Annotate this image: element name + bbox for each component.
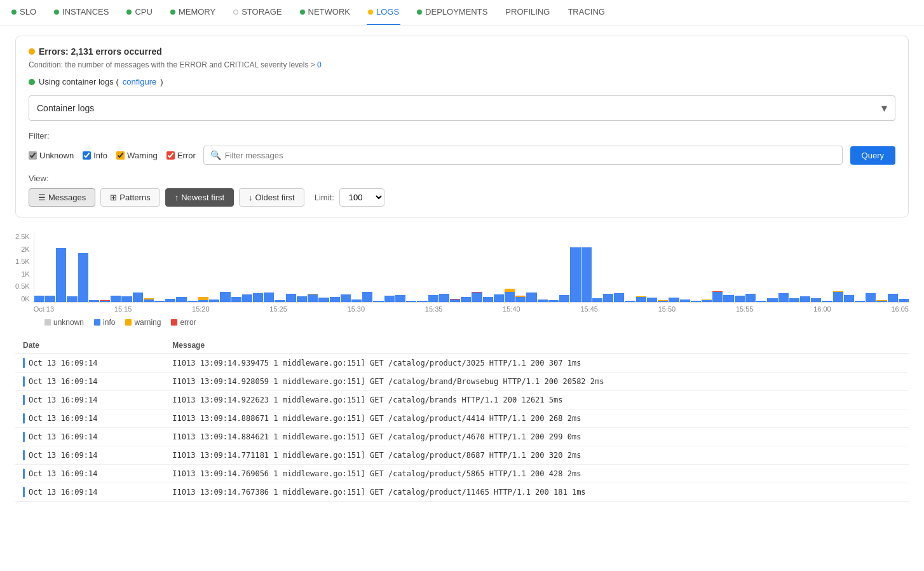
newest-first-button[interactable]: ↑ Newest first — [165, 188, 234, 207]
bar-group — [264, 292, 274, 302]
log-date-cell: Oct 13 16:09:14 — [15, 373, 165, 391]
chart-area: Oct 13 15:15 15:20 15:25 15:30 15:35 15:… — [34, 233, 909, 313]
dot-instances — [54, 10, 59, 15]
nav-item-network[interactable]: NETWORK — [299, 0, 351, 25]
bar-group — [198, 297, 208, 302]
bar-group — [691, 301, 701, 302]
log-message-cell: I1013 13:09:14.771181 1 middleware.go:15… — [165, 446, 909, 465]
dot-storage — [233, 10, 238, 15]
checkbox-unknown-input[interactable] — [29, 151, 37, 160]
table-row[interactable]: Oct 13 16:09:14I1013 13:09:14.939475 1 m… — [15, 354, 909, 373]
checkbox-info-input[interactable] — [83, 151, 91, 160]
arrow-up-icon: ↑ — [175, 193, 179, 202]
chart-y-axis: 2.5K 2K 1.5K 1K 0.5K 0K — [15, 233, 34, 303]
nav-label-profiling: PROFILING — [505, 7, 550, 17]
legend-unknown: unknown — [44, 318, 84, 327]
nav-label-memory: MEMORY — [179, 7, 215, 17]
checkbox-error[interactable]: Error — [166, 151, 196, 160]
log-message-cell: I1013 13:09:14.939475 1 middleware.go:15… — [165, 354, 909, 373]
y-label-0k: 0K — [21, 295, 29, 303]
bar-group — [406, 301, 416, 302]
nav-item-storage[interactable]: STORAGE — [232, 0, 283, 25]
nav-item-profiling[interactable]: PROFILING — [504, 0, 551, 25]
bar-group — [548, 300, 559, 302]
container-logs-dropdown[interactable]: Container logs ▾ — [29, 95, 895, 121]
bar-group — [67, 296, 77, 302]
table-row[interactable]: Oct 13 16:09:14I1013 13:09:14.922623 1 m… — [15, 391, 909, 409]
bar-group — [439, 294, 449, 302]
y-label-1k: 1K — [21, 270, 29, 278]
bar-group — [472, 292, 482, 303]
legend-warning-label: warning — [134, 318, 161, 327]
log-indicator — [23, 395, 25, 405]
legend-error-label: error — [180, 318, 196, 327]
nav-item-tracing[interactable]: TRACING — [566, 0, 606, 25]
bar-group — [165, 299, 175, 302]
query-button[interactable]: Query — [850, 146, 895, 165]
x-label-oct13: Oct 13 — [34, 305, 54, 313]
checkbox-group: Unknown Info Warning Error — [29, 151, 196, 160]
y-label-15k: 1.5K — [15, 258, 30, 265]
patterns-button[interactable]: ⊞ Patterns — [100, 188, 160, 207]
oldest-first-button[interactable]: ↓ Oldest first — [239, 188, 304, 207]
log-date-cell: Oct 13 16:09:14 — [15, 483, 165, 502]
x-label-1530: 15:30 — [348, 305, 365, 313]
bar-group — [581, 247, 592, 302]
configure-link[interactable]: configure — [123, 77, 156, 86]
nav-item-memory[interactable]: MEMORY — [169, 0, 217, 25]
oldest-first-label: Oldest first — [255, 193, 295, 202]
nav-item-cpu[interactable]: CPU — [125, 0, 153, 25]
bar-group — [756, 301, 766, 302]
nav-item-slo[interactable]: SLO — [10, 0, 37, 25]
bar-group — [275, 300, 285, 302]
checkbox-info-label: Info — [93, 151, 107, 160]
bar-group — [187, 301, 198, 302]
table-row[interactable]: Oct 13 16:09:14I1013 13:09:14.888671 1 m… — [15, 409, 909, 428]
table-row[interactable]: Oct 13 16:09:14I1013 13:09:14.769056 1 m… — [15, 465, 909, 483]
checkbox-warning-input[interactable] — [116, 151, 125, 160]
limit-select[interactable]: 100 250 500 1000 — [339, 188, 384, 207]
bar-group — [341, 294, 351, 302]
nav-label-storage: STORAGE — [241, 7, 282, 17]
nav-label-slo: SLO — [20, 7, 36, 17]
checkbox-warning[interactable]: Warning — [116, 151, 158, 160]
view-controls: ☰ Messages ⊞ Patterns ↑ Newest first ↓ O… — [29, 188, 895, 207]
messages-button[interactable]: ☰ Messages — [29, 188, 95, 207]
log-message-cell: I1013 13:09:14.769056 1 middleware.go:15… — [165, 465, 909, 483]
table-row[interactable]: Oct 13 16:09:14I1013 13:09:14.767386 1 m… — [15, 483, 909, 502]
legend-info-dot — [94, 319, 100, 326]
col-date: Date — [15, 337, 165, 354]
legend-error: error — [171, 318, 196, 327]
log-table: Date Message Oct 13 16:09:14I1013 13:09:… — [15, 337, 909, 502]
bar-group — [242, 294, 252, 302]
nav-item-logs[interactable]: LOGS — [367, 0, 400, 25]
alert-condition-link[interactable]: 0 — [317, 60, 322, 69]
checkbox-error-input[interactable] — [166, 151, 175, 160]
bar-group — [789, 298, 799, 302]
bar-group — [154, 301, 165, 302]
table-row[interactable]: Oct 13 16:09:14I1013 13:09:14.884621 1 m… — [15, 428, 909, 446]
log-indicator — [23, 358, 25, 368]
log-date-cell: Oct 13 16:09:14 — [15, 391, 165, 409]
legend-unknown-label: unknown — [53, 318, 84, 327]
log-table-body: Oct 13 16:09:14I1013 13:09:14.939475 1 m… — [15, 354, 909, 502]
nav-label-tracing: TRACING — [567, 7, 605, 17]
table-row[interactable]: Oct 13 16:09:14I1013 13:09:14.928059 1 m… — [15, 373, 909, 391]
x-label-1555: 15:55 — [736, 305, 754, 313]
dot-cpu — [126, 10, 132, 15]
bar-group — [745, 294, 756, 302]
nav-item-deployments[interactable]: DEPLOYMENTS — [416, 0, 489, 25]
legend-error-dot — [171, 319, 177, 326]
nav-item-instances[interactable]: INSTANCES — [53, 0, 110, 25]
arrow-down-icon: ↓ — [248, 193, 253, 202]
bar-group — [133, 292, 143, 302]
checkbox-unknown[interactable]: Unknown — [29, 151, 74, 160]
x-label-1540: 15:40 — [503, 305, 520, 313]
checkbox-info[interactable]: Info — [83, 151, 107, 160]
bar-group — [395, 295, 405, 302]
bar-group — [253, 293, 263, 302]
table-row[interactable]: Oct 13 16:09:14I1013 13:09:14.771181 1 m… — [15, 446, 909, 465]
log-message-cell: I1013 13:09:14.888671 1 middleware.go:15… — [165, 409, 909, 428]
bar-group — [351, 299, 362, 302]
filter-messages-input[interactable] — [225, 151, 836, 160]
